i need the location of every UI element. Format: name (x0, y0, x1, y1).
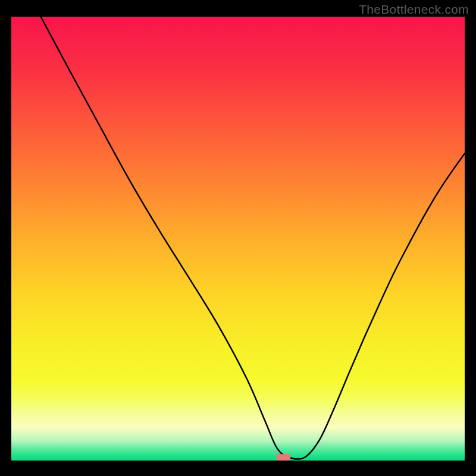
bottleneck-chart (11, 17, 465, 461)
attribution-text: TheBottleneck.com (359, 2, 469, 17)
chart-frame: TheBottleneck.com (0, 0, 476, 476)
plot-area (11, 17, 465, 461)
optimal-marker (276, 454, 290, 461)
gradient-rect (11, 17, 465, 461)
